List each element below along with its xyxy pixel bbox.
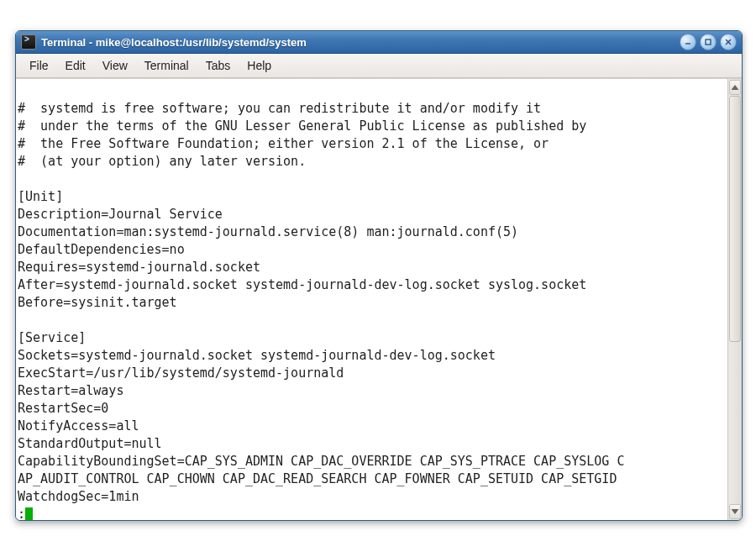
menu-bar: File Edit View Terminal Tabs Help — [16, 54, 742, 78]
terminal-line: RestartSec=0 — [18, 401, 108, 416]
maximize-button[interactable] — [700, 34, 717, 50]
terminal-line: NotifyAccess=all — [18, 418, 139, 434]
terminal-line: DefaultDependencies=no — [18, 242, 185, 257]
terminal-line: StandardOutput=null — [18, 436, 162, 451]
svg-marker-4 — [732, 85, 739, 90]
terminal-icon — [21, 34, 36, 50]
terminal-line: WatchdogSec=1min — [18, 489, 139, 504]
close-button[interactable] — [720, 34, 737, 50]
prompt-char: : — [18, 506, 25, 520]
minimize-icon — [684, 38, 692, 46]
menu-file[interactable]: File — [21, 56, 57, 75]
terminal-line: [Service] — [18, 330, 86, 345]
terminal-line: Description=Journal Service — [18, 207, 223, 222]
menu-help[interactable]: Help — [239, 56, 280, 75]
terminal-line: [Unit] — [18, 189, 63, 204]
terminal-line: ExecStart=/usr/lib/systemd/systemd-journ… — [18, 365, 344, 381]
scroll-up-icon — [730, 82, 740, 92]
terminal-line: # (at your option) any later version. — [18, 154, 306, 169]
terminal-line: # under the terms of the GNU Lesser Gene… — [18, 118, 586, 134]
terminal-line: Documentation=man:systemd-journald.servi… — [18, 224, 518, 239]
terminal-line: After=systemd-journald.socket systemd-jo… — [18, 277, 586, 292]
minimize-button[interactable] — [680, 34, 696, 50]
window-title: Terminal - mike@localhost:/usr/lib/syste… — [41, 36, 680, 49]
scroll-thumb[interactable] — [729, 96, 741, 342]
menu-view[interactable]: View — [94, 56, 136, 75]
terminal-line: # the Free Software Foundation; either v… — [18, 136, 549, 151]
terminal-line: CapabilityBoundingSet=CAP_SYS_ADMIN CAP_… — [18, 454, 624, 469]
pager-prompt[interactable]: : — [18, 506, 726, 520]
terminal-line: Sockets=systemd-journald.socket systemd-… — [18, 348, 496, 363]
vertical-scrollbar[interactable] — [727, 79, 742, 520]
terminal-line: Requires=systemd-journald.socket — [18, 260, 260, 275]
cursor — [25, 507, 33, 520]
terminal-area: # systemd is free software; you can redi… — [16, 78, 742, 520]
window-controls — [680, 34, 737, 50]
terminal-window: Terminal - mike@localhost:/usr/lib/syste… — [15, 30, 743, 521]
svg-marker-5 — [732, 509, 739, 514]
maximize-icon — [704, 38, 712, 46]
terminal-line: AP_AUDIT_CONTROL CAP_CHOWN CAP_DAC_READ_… — [18, 471, 617, 486]
svg-rect-1 — [706, 39, 711, 45]
terminal-line: # systemd is free software; you can redi… — [18, 101, 541, 116]
terminal-line: Restart=always — [18, 383, 123, 398]
title-bar[interactable]: Terminal - mike@localhost:/usr/lib/syste… — [16, 31, 742, 54]
scroll-track[interactable] — [728, 96, 742, 503]
menu-terminal[interactable]: Terminal — [136, 56, 197, 75]
close-icon — [724, 38, 732, 46]
scroll-down-icon — [730, 507, 740, 517]
terminal-line: Before=sysinit.target — [18, 295, 177, 310]
scroll-down-button[interactable] — [729, 504, 741, 519]
terminal-content[interactable]: # systemd is free software; you can redi… — [16, 79, 727, 520]
scroll-up-button[interactable] — [729, 80, 741, 95]
menu-tabs[interactable]: Tabs — [197, 56, 239, 75]
menu-edit[interactable]: Edit — [57, 56, 94, 75]
